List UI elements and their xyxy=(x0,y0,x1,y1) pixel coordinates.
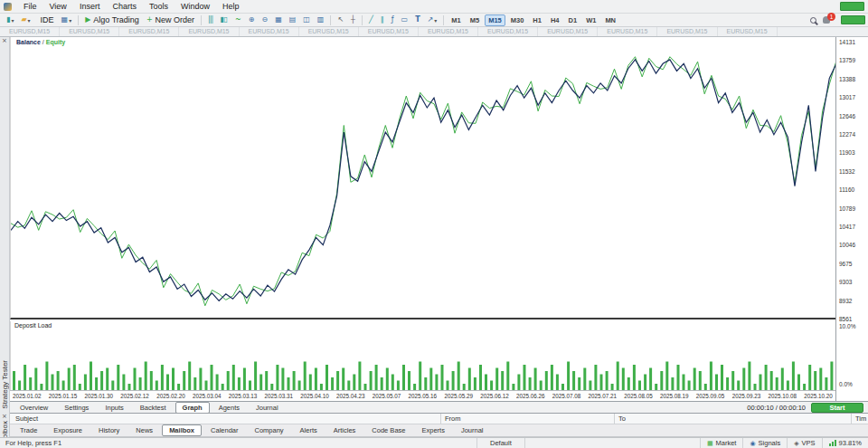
tester-tab-agents[interactable]: Agents xyxy=(212,402,247,414)
x-axis-label: 2025.07.08 xyxy=(552,393,581,399)
toolbox-tab-company[interactable]: Company xyxy=(247,424,290,436)
zoom-in-button[interactable]: ⊕ xyxy=(245,14,259,26)
trendline-button[interactable]: ╱ xyxy=(365,14,377,26)
x-axis-label: 2025.01.15 xyxy=(49,393,78,399)
toolbox-tab-experts[interactable]: Experts xyxy=(414,424,451,436)
tile-horizontal-button[interactable]: ▤ xyxy=(286,14,300,26)
window-layout-button[interactable]: ▦▾ xyxy=(58,14,76,26)
tester-tab-inputs[interactable]: Inputs xyxy=(98,402,130,414)
toolbox-tab-alerts[interactable]: Alerts xyxy=(293,424,325,436)
chart-tab[interactable]: EURUSD,M15 xyxy=(478,27,538,36)
chart-tab[interactable]: EURUSD,M15 xyxy=(718,27,778,36)
arrows-button[interactable]: ↗▾ xyxy=(424,14,441,26)
timeframe-d1[interactable]: D1 xyxy=(565,14,581,26)
menu-item-tools[interactable]: Tools xyxy=(143,1,175,12)
timeframe-m1[interactable]: M1 xyxy=(448,14,464,26)
x-axis-label: 2025.06.26 xyxy=(516,393,545,399)
chart-tab-bar: EURUSD,M15EURUSD,M15EURUSD,M15EURUSD,M15… xyxy=(0,27,868,37)
y-axis-label: 10417 xyxy=(839,224,855,230)
x-axis-label: 2025.05.29 xyxy=(444,393,473,399)
chart-tab[interactable]: EURUSD,M15 xyxy=(657,27,717,36)
toolbox-tab-exposure[interactable]: Exposure xyxy=(46,424,90,436)
toolbox-tab-journal[interactable]: Journal xyxy=(454,424,491,436)
zoom-out-button[interactable]: ⊖ xyxy=(258,14,271,26)
toolbox-tab-calendar[interactable]: Calendar xyxy=(203,424,245,436)
text-tool-button[interactable]: T xyxy=(411,14,423,26)
tester-tab-journal[interactable]: Journal xyxy=(249,402,286,414)
timeframe-h1[interactable]: H1 xyxy=(529,14,545,26)
mailbox-column-from[interactable]: From xyxy=(440,414,461,424)
start-button[interactable]: Start xyxy=(811,403,863,413)
timeframe-mn[interactable]: MN xyxy=(601,14,619,26)
timeframe-m30[interactable]: M30 xyxy=(507,14,528,26)
toolbox-tab-history[interactable]: History xyxy=(91,424,127,436)
close-strategy-tester-button[interactable]: × xyxy=(2,37,7,45)
tile-horizontal-icon: ▤ xyxy=(289,16,297,24)
fibonacci-button[interactable]: ƒ xyxy=(388,14,398,26)
status-profile[interactable]: Default xyxy=(476,438,525,448)
x-axis-label: 2025.02.12 xyxy=(120,393,149,399)
chart-tab[interactable]: EURUSD,M15 xyxy=(179,27,239,36)
status-market-link[interactable]: ▦Market xyxy=(700,438,743,448)
menu-item-insert[interactable]: Insert xyxy=(73,1,107,12)
y-axis-label: 13017 xyxy=(839,94,855,100)
candles-chart-icon: ▮▯ xyxy=(220,16,228,24)
notifications-icon[interactable]: 1 xyxy=(823,16,830,24)
tester-tabs: OverviewSettingsInputsBacktestGraphAgent… xyxy=(12,402,287,414)
candles-chart-button[interactable]: ▮▯ xyxy=(216,14,231,26)
new-order-button[interactable]: +New Order xyxy=(143,14,198,26)
tile-windows-button[interactable]: ▦ xyxy=(271,14,286,26)
ide-button[interactable]: IDE xyxy=(34,14,58,26)
menu-item-view[interactable]: View xyxy=(43,1,73,12)
shapes-button[interactable]: ▭ xyxy=(398,14,412,26)
crosshair-button[interactable]: ┼ xyxy=(347,14,359,26)
menu-item-window[interactable]: Window xyxy=(175,1,216,12)
chart-tab[interactable]: EURUSD,M15 xyxy=(359,27,419,36)
tile-vertical-button[interactable]: ◫ xyxy=(299,14,314,26)
tester-tab-backtest[interactable]: Backtest xyxy=(133,402,174,414)
strategy-tester-panel-title: Strategy Tester xyxy=(1,360,9,409)
line-chart-button[interactable]: ~ xyxy=(231,14,245,26)
cursor-button[interactable]: ↖ xyxy=(334,14,347,26)
timeframe-m15[interactable]: M15 xyxy=(485,14,505,26)
close-toolbox-button[interactable]: × xyxy=(2,413,7,421)
tester-tab-graph[interactable]: Graph xyxy=(175,402,210,414)
chart-tab[interactable]: EURUSD,M15 xyxy=(119,27,179,36)
bars-chart-button[interactable]: ||| xyxy=(204,14,216,26)
toolbox-tab-news[interactable]: News xyxy=(128,424,160,436)
chart-tab[interactable]: EURUSD,M15 xyxy=(299,27,359,36)
chart-tab[interactable]: EURUSD,M15 xyxy=(419,27,478,36)
chart-tab[interactable]: EURUSD,M15 xyxy=(538,27,598,36)
x-axis-label: 2025.03.31 xyxy=(264,393,293,399)
tester-tab-overview[interactable]: Overview xyxy=(13,402,55,414)
toolbox-tab-mailbox[interactable]: Mailbox xyxy=(162,424,202,436)
chart-tab[interactable]: EURUSD,M15 xyxy=(60,27,119,36)
status-signals-link[interactable]: ◉Signals xyxy=(742,438,787,448)
status-vps-link[interactable]: ◈VPS xyxy=(787,438,821,448)
channel-button[interactable]: ∥ xyxy=(377,14,388,26)
status-connection[interactable]: 93.81% xyxy=(822,438,868,448)
search-icon[interactable] xyxy=(810,17,816,24)
toolbox-tab-code-base[interactable]: Code Base xyxy=(364,424,412,436)
toolbox-tab-trade[interactable]: Trade xyxy=(13,424,44,436)
new-chart-button[interactable]: ▮▾ xyxy=(3,14,17,26)
mailbox-column-tim[interactable]: Tim xyxy=(851,414,866,424)
profiles-button[interactable]: ▰▾ xyxy=(17,14,33,26)
timeframe-h4[interactable]: H4 xyxy=(547,14,563,26)
menu-item-charts[interactable]: Charts xyxy=(106,1,143,12)
algo-trading-button[interactable]: ▶Algo Trading xyxy=(81,14,143,26)
menu-item-help[interactable]: Help xyxy=(216,1,246,12)
mailbox-column-to[interactable]: To xyxy=(614,414,626,424)
cascade-windows-button[interactable]: ▥ xyxy=(314,14,328,26)
mailbox-column-subject[interactable]: Subject xyxy=(12,414,38,424)
chart-tab[interactable]: EURUSD,M15 xyxy=(598,27,657,36)
x-axis-label: 2025.06.12 xyxy=(480,393,509,399)
toolbox-tab-articles[interactable]: Articles xyxy=(326,424,363,436)
timeframe-w1[interactable]: W1 xyxy=(582,14,599,26)
tester-tab-settings[interactable]: Settings xyxy=(57,402,96,414)
menu-item-file[interactable]: File xyxy=(17,1,43,12)
chart-tab[interactable]: EURUSD,M15 xyxy=(240,27,299,36)
market-icon: ▦ xyxy=(707,440,713,447)
timeframe-m5[interactable]: M5 xyxy=(467,14,483,26)
chart-tab[interactable]: EURUSD,M15 xyxy=(0,27,60,36)
